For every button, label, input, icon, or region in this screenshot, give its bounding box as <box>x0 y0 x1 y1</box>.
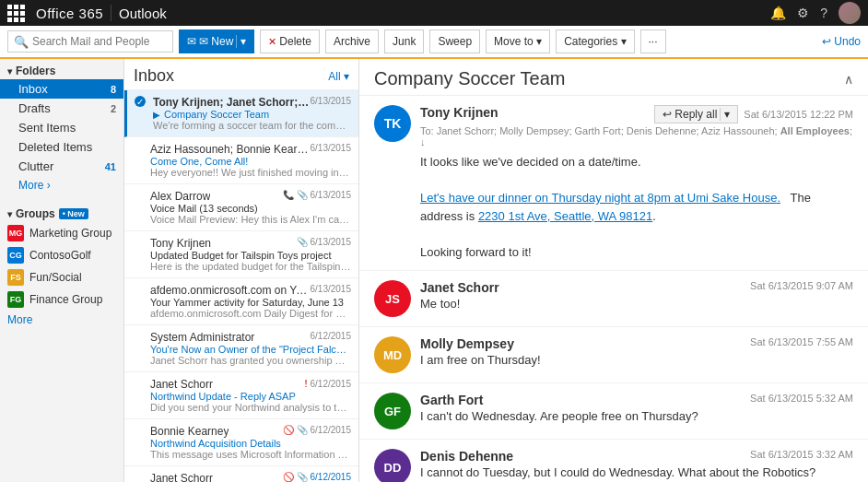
email-checkbox[interactable] <box>132 472 145 482</box>
email-subject: Updated Budget for Tailspin Toys project <box>150 250 351 261</box>
more-groups-link[interactable]: More <box>0 311 123 329</box>
email-item[interactable]: afdemo.onmicrosoft.com on Yammer 6/13/20… <box>124 278 358 325</box>
email-list: ✓ Tony Krijnen; Janet Schorr; Molly D...… <box>124 90 358 482</box>
message-sender: Janet Schorr <box>420 280 499 295</box>
reply-label: Reply all <box>674 108 717 121</box>
new-dropdown[interactable]: ▾ <box>236 35 246 48</box>
sidebar-item-drafts[interactable]: Drafts 2 <box>0 99 123 118</box>
email-preview: Did you send your Northwind analysis to … <box>150 402 351 413</box>
email-subject: Company Soccer Team <box>164 109 269 120</box>
new-text: ✉ New <box>199 35 233 48</box>
reply-dropdown[interactable]: ▾ <box>720 108 730 121</box>
help-icon[interactable]: ? <box>820 6 827 20</box>
message-date: Sat 6/13/2015 5:32 AM <box>750 393 853 404</box>
junk-button[interactable]: Junk <box>384 29 424 53</box>
email-checkbox[interactable] <box>132 190 145 225</box>
message-body: I can't do Wednesday. Are people free on… <box>420 407 853 426</box>
email-meta: System Administrator 6/12/2015 <box>150 331 351 344</box>
attach-icon: 📎 <box>297 472 308 482</box>
sidebar-item-clutter[interactable]: Clutter 41 <box>0 157 123 176</box>
email-date: 6/13/2015 <box>311 143 352 153</box>
undo-button[interactable]: ↩ Undo <box>822 35 861 48</box>
drafts-label: Drafts <box>18 101 51 115</box>
email-checkbox[interactable] <box>132 143 145 178</box>
search-input[interactable] <box>32 35 152 48</box>
move-to-label: Move to ▾ <box>494 35 542 48</box>
reply-all-button[interactable]: ↩ Reply all ▾ <box>654 105 738 123</box>
email-checkbox[interactable]: ✓ <box>135 96 147 131</box>
urgent-icon: ! <box>304 378 307 389</box>
undo-icon: ↩ <box>822 35 831 48</box>
categories-label: Categories ▾ <box>564 35 626 48</box>
email-item[interactable]: Alex Darrow 📞 📎 6/13/2015 Voice Mail (13… <box>124 184 358 231</box>
email-sender: System Administrator <box>150 331 254 344</box>
move-to-button[interactable]: Move to ▾ <box>486 29 550 53</box>
email-item[interactable]: Tony Krijnen 📎 6/13/2015 Updated Budget … <box>124 231 358 278</box>
sidebar-item-deleted[interactable]: Deleted Items <box>0 137 123 157</box>
group-item-marketing[interactable]: MG Marketing Group <box>0 222 123 244</box>
new-label: ✉ <box>187 35 196 48</box>
collapse-button[interactable]: ∧ <box>844 72 853 87</box>
delete-button[interactable]: ✕ Delete <box>260 29 320 53</box>
email-item[interactable]: Bonnie Kearney 🚫 📎 6/12/2015 Northwind A… <box>124 419 358 466</box>
user-avatar[interactable] <box>839 2 861 24</box>
message-header-row: Molly Dempsey Sat 6/13/2015 7:55 AM <box>420 336 853 351</box>
email-date: 6/13/2015 <box>311 190 352 200</box>
group-item-funsocial[interactable]: FS Fun/Social <box>0 266 123 288</box>
more-label: ··· <box>649 35 658 48</box>
email-content: Janet Schorr 🚫 📎 6/12/2015 [Hiring]: Can… <box>150 472 351 482</box>
message-date: Sat 6/13/2015 3:32 AM <box>750 449 853 460</box>
dinner-link[interactable]: Let's have our dinner on Thursday night … <box>420 191 780 205</box>
bell-icon[interactable]: 🔔 <box>770 6 786 20</box>
group-item-finance[interactable]: FG Finance Group <box>0 288 123 311</box>
folders-header[interactable]: ▾ Folders <box>0 59 123 79</box>
email-subject: You're Now an Owner of the "Project Falc… <box>150 344 351 355</box>
all-filter-dropdown[interactable]: All ▾ <box>328 70 349 83</box>
groups-header[interactable]: ▾ Groups • New <box>0 202 123 222</box>
funsocial-avatar: FS <box>7 269 24 286</box>
email-checkbox[interactable] <box>132 284 145 319</box>
contosogolf-label: ContosoGolf <box>29 249 91 262</box>
sidebar-item-inbox[interactable]: Inbox 8 <box>0 79 123 99</box>
more-folders-link[interactable]: More › <box>0 176 123 194</box>
reading-header: Company Soccer Team ∧ <box>359 59 868 96</box>
more-groups-label: More <box>7 313 32 326</box>
message-content: Tony Krijnen ↩ Reply all ▾ Sat 6/13/2015… <box>420 105 853 261</box>
email-sender: Aziz Hassouneh; Bonnie Kearney; D... <box>150 143 311 156</box>
email-subject: Voice Mail (13 seconds) <box>150 203 351 214</box>
email-item[interactable]: ✓ Tony Krijnen; Janet Schorr; Molly D...… <box>124 90 358 137</box>
email-item[interactable]: Janet Schorr ! 6/12/2015 Northwind Updat… <box>124 372 358 419</box>
marketing-label: Marketing Group <box>29 227 111 240</box>
message-header-row: Janet Schorr Sat 6/13/2015 9:07 AM <box>420 280 853 295</box>
email-content: System Administrator 6/12/2015 You're No… <box>150 331 351 366</box>
categories-button[interactable]: Categories ▾ <box>556 29 634 53</box>
sweep-button[interactable]: Sweep <box>429 29 480 53</box>
waffle-icon[interactable] <box>7 5 25 22</box>
email-item[interactable]: Aziz Hassouneh; Bonnie Kearney; D... 6/1… <box>124 137 358 184</box>
search-input-wrap[interactable]: 🔍 <box>7 30 173 53</box>
email-checkbox[interactable] <box>132 331 145 366</box>
more-folders-label: More <box>18 179 43 192</box>
email-date: 6/13/2015 <box>311 284 352 294</box>
message-sender: Molly Dempsey <box>420 336 514 351</box>
sidebar-item-sent[interactable]: Sent Items <box>0 118 123 137</box>
email-date-icons: 🚫 📎 6/12/2015 <box>283 472 352 482</box>
email-preview: We're forming a soccer team for the comp… <box>153 120 351 131</box>
app-name: Office 365 <box>36 6 103 21</box>
address-link[interactable]: 2230 1st Ave, Seattle, WA 98121 <box>478 209 652 223</box>
email-checkbox[interactable] <box>132 378 145 413</box>
more-options-button[interactable]: ··· <box>640 29 666 53</box>
email-checkbox[interactable] <box>132 425 145 460</box>
top-bar-divider <box>111 5 111 21</box>
new-button[interactable]: ✉ ✉ New ▾ <box>179 29 254 53</box>
email-item[interactable]: Janet Schorr 🚫 📎 6/12/2015 [Hiring]: Can… <box>124 466 358 482</box>
email-subject: Your Yammer activity for Saturday, June … <box>150 297 351 308</box>
message-header-row: Garth Fort Sat 6/13/2015 5:32 AM <box>420 393 853 407</box>
email-checkbox[interactable] <box>132 237 145 272</box>
group-item-contosogolf[interactable]: CG ContosoGolf <box>0 244 123 266</box>
email-item[interactable]: System Administrator 6/12/2015 You're No… <box>124 325 358 372</box>
archive-button[interactable]: Archive <box>325 29 379 53</box>
body-line-3: Looking forward to it! <box>420 243 853 262</box>
gear-icon[interactable]: ⚙ <box>797 6 809 20</box>
top-bar-icons: 🔔 ⚙ ? <box>770 2 861 24</box>
